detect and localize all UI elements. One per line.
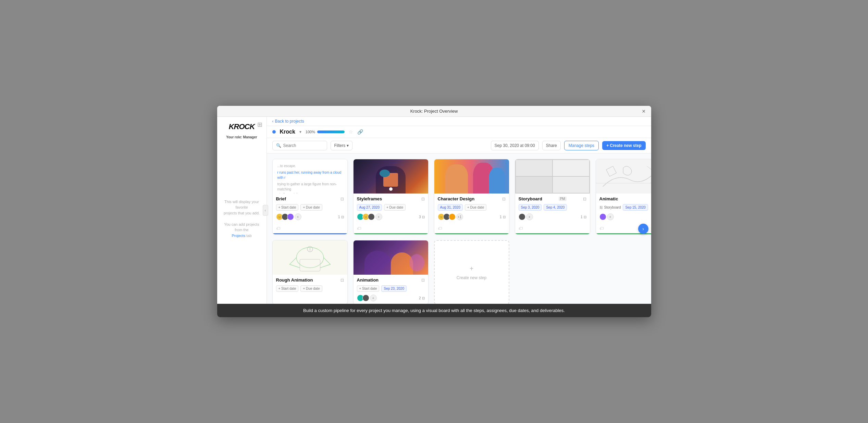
tag-icon-cd[interactable]: 🏷 xyxy=(438,226,442,231)
card-title-cd: Character Design xyxy=(438,196,475,201)
link-icon[interactable]: 🔗 xyxy=(357,129,363,135)
projects-link[interactable]: Projects xyxy=(232,234,245,238)
filters-button[interactable]: Filters ▾ xyxy=(331,141,353,150)
card-dates-anim: + Start date Sep 23, 2020 xyxy=(357,285,425,292)
role-value: Manager xyxy=(243,135,257,139)
star-icon[interactable]: ☆ xyxy=(349,129,353,135)
add-avatar-cd[interactable]: +1 xyxy=(456,213,463,220)
card-title-an: Animatic xyxy=(599,196,618,201)
due-date-an[interactable]: Sep 15, 2020 xyxy=(623,204,648,211)
create-new-step-button[interactable]: + Create new step xyxy=(602,141,645,150)
step-progress-bar xyxy=(273,233,347,234)
card-menu-icon-sb[interactable]: ⊡ xyxy=(583,197,586,201)
step-card-storyboard: Storyboard PM ⊡ Sep 3, 2020 Sep 4, 2020 xyxy=(515,159,590,235)
card-title-brief: Brief xyxy=(276,196,286,201)
storyboard-cell-2 xyxy=(553,160,589,176)
card-menu-icon-sf[interactable]: ⊡ xyxy=(421,197,425,201)
search-input[interactable] xyxy=(283,143,323,148)
deliverables-sf: 3 ⊡ xyxy=(419,215,425,219)
card-title-row-anim: Animation ⊡ xyxy=(357,277,425,283)
card-body-styleframes: Styleframes ⊡ Aug 27, 2020 + Due date xyxy=(354,194,428,223)
create-step-plus-icon: + xyxy=(470,265,474,273)
close-button[interactable]: × xyxy=(642,108,646,115)
due-date-sb[interactable]: Sep 4, 2020 xyxy=(544,204,567,211)
next-arrow-button[interactable]: › xyxy=(638,224,648,234)
due-date-rough[interactable]: + Due date xyxy=(300,285,322,292)
search-icon: 🔍 xyxy=(276,143,281,148)
card-body-anim: Animation ⊡ + Start date Sep 23, 2020 xyxy=(354,275,428,304)
back-arrow-icon: ‹ xyxy=(272,119,274,124)
card-thumbnail-an xyxy=(596,159,651,194)
deliverables-anim: 2 ⊡ xyxy=(419,296,425,300)
date-button[interactable]: Sep 30, 2020 at 09:00 xyxy=(491,141,539,150)
card-footer-brief: 😊 + 1 ⊡ xyxy=(276,213,344,220)
card-title-row-sb: Storyboard PM ⊡ xyxy=(519,196,586,201)
project-dropdown-icon[interactable]: ▾ xyxy=(299,129,301,134)
card-footer-sf: 😊 + 3 ⊡ xyxy=(357,213,425,220)
tag-icon-sb[interactable]: 🏷 xyxy=(519,226,523,231)
card-dates-sf: Aug 27, 2020 + Due date xyxy=(357,204,425,211)
tag-icon[interactable]: 🏷 xyxy=(276,226,280,231)
project-header: Krock ▾ 100% ☆ 🔗 xyxy=(267,126,651,138)
window-title: Krock: Project Overview xyxy=(410,109,458,114)
card-menu-icon[interactable]: ⊡ xyxy=(340,197,344,201)
manage-steps-button[interactable]: Manage steps xyxy=(564,141,599,150)
card-thumbnail-cd xyxy=(434,159,509,194)
tag-icon-sf[interactable]: 🏷 xyxy=(357,226,361,231)
add-avatar-sf[interactable]: + xyxy=(375,213,382,220)
storyboard-link: ⛓ Storyboard xyxy=(599,204,621,211)
card-tag-row-sb: 🏷 xyxy=(515,223,590,233)
main-content: ‹ Back to projects Krock ▾ 100% ☆ 🔗 xyxy=(267,117,651,304)
due-date-sf[interactable]: + Due date xyxy=(384,204,406,211)
card-body-an: Animatic ▷ ⛓ Storyboard Sep 15, 2020 xyxy=(596,194,651,223)
storyboard-cell-3 xyxy=(516,177,552,193)
tag-icon-an[interactable]: 🏷 xyxy=(599,226,604,231)
start-date-rough[interactable]: + Start date xyxy=(276,285,299,292)
start-date-anim[interactable]: + Start date xyxy=(357,285,380,292)
progress-bar xyxy=(317,130,345,133)
start-date-sf[interactable]: Aug 27, 2020 xyxy=(357,204,382,211)
favorites-section: This will display your favorite projects… xyxy=(217,142,266,298)
add-avatar[interactable]: + xyxy=(295,213,301,220)
step-progress-bar-sf xyxy=(354,233,428,234)
back-to-projects-link[interactable]: ‹ Back to projects xyxy=(272,119,304,124)
cards-wrapper: ...to escape. r runs past her, running a… xyxy=(267,153,651,304)
card-dates-an: ⛓ Storyboard Sep 15, 2020 xyxy=(599,204,651,211)
app-body: KROCK ⊞ Your role: Manager This will dis… xyxy=(217,117,651,304)
avatars-anim: + xyxy=(357,295,377,301)
card-title-sb: Storyboard xyxy=(519,196,542,201)
avatars-brief: 😊 + xyxy=(276,213,301,220)
sidebar-logo: KROCK xyxy=(229,122,255,131)
avatars-sf: 😊 + xyxy=(357,213,382,220)
title-bar: Krock: Project Overview × xyxy=(217,106,651,117)
add-avatar-an[interactable]: + xyxy=(607,213,614,220)
start-date-sb[interactable]: Sep 3, 2020 xyxy=(519,204,542,211)
sidebar-collapse-button[interactable]: ‹ xyxy=(263,205,268,216)
sidebar-role: Your role: Manager xyxy=(226,135,257,139)
grid-icon[interactable]: ⊞ xyxy=(257,121,262,128)
card-menu-icon-rough[interactable]: ⊡ xyxy=(340,278,344,283)
deliverables-brief: 1 ⊡ xyxy=(338,215,344,219)
avatar-3 xyxy=(287,213,294,220)
card-body-cd: Character Design ⊡ Aug 31, 2020 + Due da… xyxy=(434,194,509,223)
create-step-card[interactable]: + Create new step xyxy=(434,240,509,304)
card-menu-icon-cd[interactable]: ⊡ xyxy=(502,197,506,201)
avatar-an1 xyxy=(599,213,606,220)
card-body-rough: Rough Animation ⊡ + Start date + Due dat… xyxy=(273,275,347,297)
due-date-anim[interactable]: Sep 23, 2020 xyxy=(381,285,407,292)
start-date-brief[interactable]: + Start date xyxy=(276,204,299,211)
start-date-cd[interactable]: Aug 31, 2020 xyxy=(438,204,463,211)
due-date-brief[interactable]: + Due date xyxy=(300,204,322,211)
project-status-dot xyxy=(272,130,276,134)
top-nav: ‹ Back to projects xyxy=(267,117,651,126)
chevron-down-icon: ▾ xyxy=(347,143,349,148)
due-date-cd[interactable]: + Due date xyxy=(465,204,486,211)
card-menu-icon-anim[interactable]: ⊡ xyxy=(421,278,425,283)
share-button[interactable]: Share xyxy=(542,141,561,150)
card-tag-row-sf: 🏷 xyxy=(354,223,428,233)
step-card-chardesign: Character Design ⊡ Aug 31, 2020 + Due da… xyxy=(434,159,509,235)
add-avatar-sb[interactable]: + xyxy=(526,213,533,220)
svg-rect-3 xyxy=(300,259,320,271)
card-footer-sb: + 1 ⊡ xyxy=(519,213,586,220)
add-avatar-anim[interactable]: + xyxy=(370,295,377,301)
